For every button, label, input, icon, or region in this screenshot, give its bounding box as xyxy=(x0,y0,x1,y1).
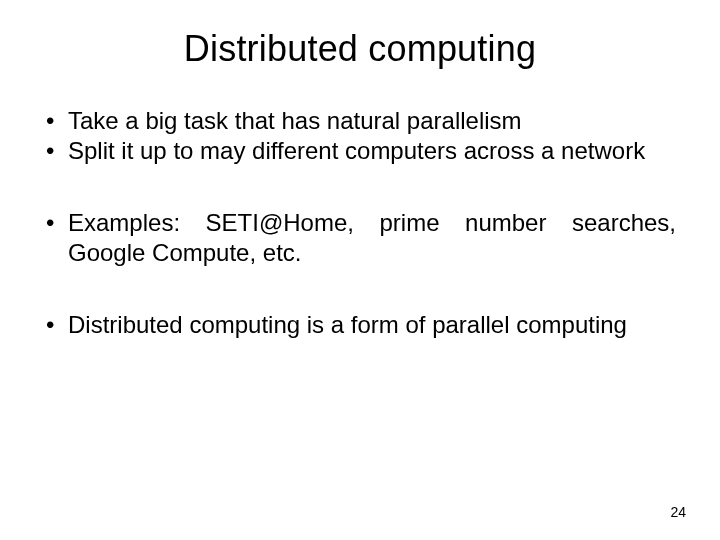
slide-title: Distributed computing xyxy=(44,28,676,70)
slide: Distributed computing Take a big task th… xyxy=(0,0,720,540)
bullet-list: Take a big task that has natural paralle… xyxy=(44,106,676,340)
bullet-item: Take a big task that has natural paralle… xyxy=(44,106,676,136)
bullet-item: Distributed computing is a form of paral… xyxy=(44,310,676,340)
page-number: 24 xyxy=(670,504,686,520)
bullet-item: Split it up to may different computers a… xyxy=(44,136,676,166)
bullet-item: Examples: SETI@Home, prime number search… xyxy=(44,208,676,268)
